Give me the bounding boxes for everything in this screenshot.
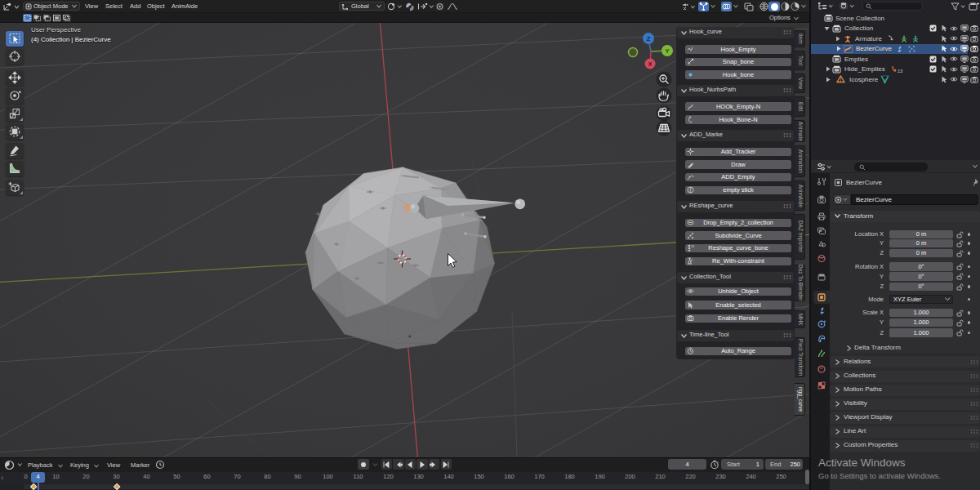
svg-text:W: W [692, 244, 695, 248]
svg-text:Z: Z [647, 35, 651, 42]
svg-text:13: 13 [898, 69, 902, 74]
svg-text:f: f [691, 258, 693, 263]
svg-text:X: X [648, 61, 653, 67]
svg-text:Y: Y [665, 47, 669, 55]
